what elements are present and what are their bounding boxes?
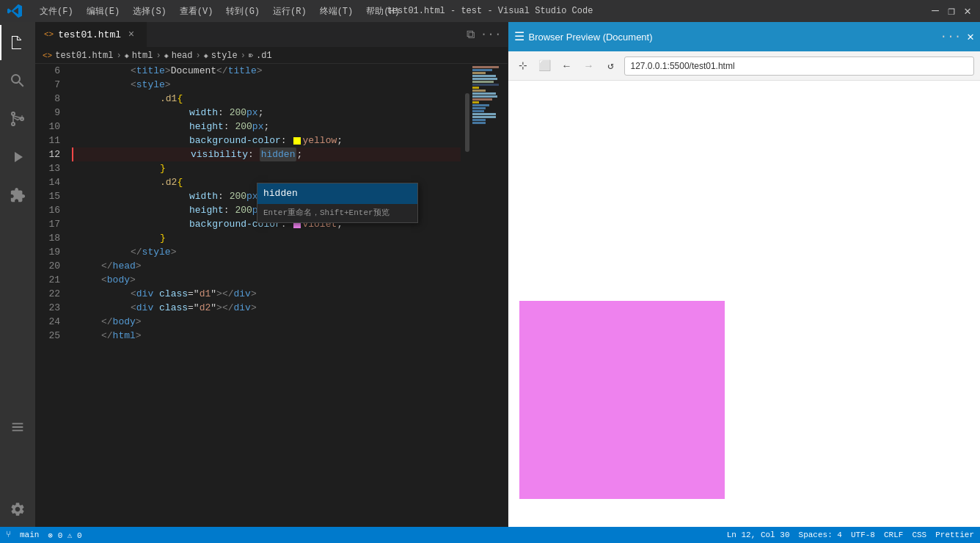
tab-file-icon: <>: [44, 30, 54, 39]
window-title: test01.html - test - Visual Studio Code: [387, 6, 593, 16]
maximize-button[interactable]: ❐: [946, 6, 957, 16]
code-line-10: height: 200px;: [72, 120, 461, 134]
browser-panel: ☰ Browser Preview (Document) ··· ✕ ⊹ ⬜ ←…: [508, 22, 981, 527]
code-line-13: }: [72, 161, 461, 175]
breadcrumb-d1[interactable]: .d1: [256, 51, 272, 61]
status-spaces[interactable]: Spaces: 4: [799, 531, 842, 539]
code-line-12: visibility: hidden;: [72, 147, 461, 161]
code-line-21: <body>: [72, 273, 461, 287]
browser-back-button[interactable]: ←: [558, 57, 576, 75]
status-branch-icon: ⑂: [6, 530, 11, 540]
status-position[interactable]: Ln 12, Col 30: [727, 531, 790, 539]
tab-close-button[interactable]: ×: [125, 29, 137, 40]
autocomplete-hint: Enter重命名，Shift+Enter预览: [257, 204, 417, 222]
tab-bar: <> test01.html × ⧉ ···: [35, 22, 508, 48]
status-language[interactable]: CSS: [912, 531, 926, 539]
minimize-button[interactable]: —: [930, 6, 940, 16]
breadcrumb-file[interactable]: test01.html: [55, 51, 113, 61]
code-line-8: .d1{: [72, 92, 461, 106]
browser-forward-button[interactable]: →: [580, 57, 598, 75]
title-bar: 文件(F) 编辑(E) 选择(S) 查看(V) 转到(G) 运行(R) 终端(T…: [0, 0, 980, 22]
status-eol[interactable]: CRLF: [884, 531, 903, 539]
status-bar: ⑂ main ⊗ 0 ⚠ 0 Ln 12, Col 30 Spaces: 4 U…: [0, 527, 980, 543]
browser-toolbar-right: ··· ✕: [940, 29, 974, 44]
status-errors[interactable]: ⊗ 0 ⚠ 0: [48, 531, 81, 540]
editor-area: <> test01.html × ⧉ ··· <> test01.html › …: [35, 22, 508, 527]
breadcrumb-head-icon: ◈: [164, 51, 169, 60]
run-debug-icon[interactable]: [0, 139, 35, 175]
code-line-22: <div class="d1"></div>: [72, 287, 461, 301]
browser-refresh-button[interactable]: ↺: [602, 57, 620, 75]
more-actions-button[interactable]: ···: [480, 28, 502, 41]
browser-inspect-button[interactable]: ⬜: [536, 57, 554, 75]
menu-terminal[interactable]: 终端(T): [314, 4, 359, 19]
browser-nav-bar: ⊹ ⬜ ← → ↺ 127.0.0.1:5500/test01.html: [508, 51, 981, 81]
line-numbers: 6 7 8 9 10 11 12 13 14 15 16 17 18 19 20…: [35, 64, 72, 527]
browser-panel-toolbar: ☰ Browser Preview (Document) ··· ✕: [508, 22, 981, 51]
breadcrumb-html-icon: ◈: [125, 51, 129, 60]
main-layout: <> test01.html × ⧉ ··· <> test01.html › …: [0, 22, 980, 527]
browser-panel-icon: ☰: [514, 29, 524, 44]
source-control-icon[interactable]: [0, 101, 35, 136]
breadcrumb-style[interactable]: style: [211, 51, 238, 61]
tab-actions: ⧉ ···: [461, 22, 508, 47]
editor-scrollbar[interactable]: [461, 64, 471, 527]
code-line-23: <div class="d2"></div>: [72, 301, 461, 315]
code-line-6: <title>Document</title>: [72, 64, 461, 78]
status-branch[interactable]: main: [20, 531, 39, 539]
code-line-18: }: [72, 231, 461, 245]
code-line-19: </style>: [72, 245, 461, 259]
vscode-logo-icon: [7, 4, 22, 18]
browser-panel-more[interactable]: ···: [940, 30, 962, 43]
breadcrumb-d1-icon: ⌦: [249, 51, 253, 60]
breadcrumb-style-icon: ◈: [204, 51, 208, 60]
code-line-20: </head>: [72, 259, 461, 273]
menu-view[interactable]: 查看(V): [174, 4, 219, 19]
browser-panel-title: Browser Preview (Document): [529, 32, 653, 43]
status-right: Ln 12, Col 30 Spaces: 4 UTF-8 CRLF CSS P…: [727, 531, 974, 539]
autocomplete-item-hidden[interactable]: hidden: [257, 183, 417, 204]
menu-bar: 文件(F) 编辑(E) 选择(S) 查看(V) 转到(G) 运行(R) 终端(T…: [34, 4, 406, 19]
breadcrumb-icon: <>: [43, 51, 52, 60]
code-line-9: width: 200px;: [72, 106, 461, 120]
search-icon[interactable]: [0, 63, 35, 98]
extensions-icon[interactable]: [0, 178, 35, 213]
browser-panel-close-button[interactable]: ✕: [967, 29, 974, 44]
tab-label: test01.html: [58, 29, 121, 40]
close-button[interactable]: ✕: [962, 6, 973, 16]
code-editor[interactable]: 6 7 8 9 10 11 12 13 14 15 16 17 18 19 20…: [35, 64, 508, 527]
code-line-24: </body>: [72, 315, 461, 329]
menu-run[interactable]: 运行(R): [267, 4, 312, 19]
menu-selection[interactable]: 选择(S): [127, 4, 172, 19]
remote-explorer-icon[interactable]: [0, 409, 35, 445]
autocomplete-dropdown[interactable]: hidden Enter重命名，Shift+Enter预览: [257, 183, 418, 223]
breadcrumb: <> test01.html › ◈ html › ◈ head › ◈ sty…: [35, 48, 508, 64]
menu-goto[interactable]: 转到(G): [220, 4, 266, 19]
status-formatter[interactable]: Prettier: [935, 531, 974, 539]
browser-cursor-button[interactable]: ⊹: [514, 57, 532, 75]
code-content[interactable]: <title>Document</title> <style> .d1{ wid…: [72, 64, 461, 527]
settings-icon[interactable]: [0, 492, 35, 527]
scrollbar-thumb[interactable]: [465, 93, 469, 152]
activity-bar: [0, 22, 35, 527]
status-encoding[interactable]: UTF-8: [851, 531, 875, 539]
breadcrumb-html[interactable]: html: [132, 51, 153, 61]
code-line-7: <style>: [72, 78, 461, 92]
breadcrumb-head[interactable]: head: [172, 51, 193, 61]
menu-file[interactable]: 文件(F): [34, 4, 79, 19]
code-line-11: background-color: yellow;: [72, 134, 461, 147]
split-editor-button[interactable]: ⧉: [467, 28, 475, 42]
minimap: [471, 64, 508, 527]
browser-address-bar[interactable]: 127.0.0.1:5500/test01.html: [624, 57, 975, 76]
editor-tab-active[interactable]: <> test01.html ×: [35, 22, 147, 47]
code-line-25: </html>: [72, 329, 461, 343]
violet-preview-box: [519, 301, 725, 499]
files-icon[interactable]: [0, 25, 35, 60]
browser-content: [508, 81, 981, 527]
menu-edit[interactable]: 编辑(E): [81, 4, 126, 19]
